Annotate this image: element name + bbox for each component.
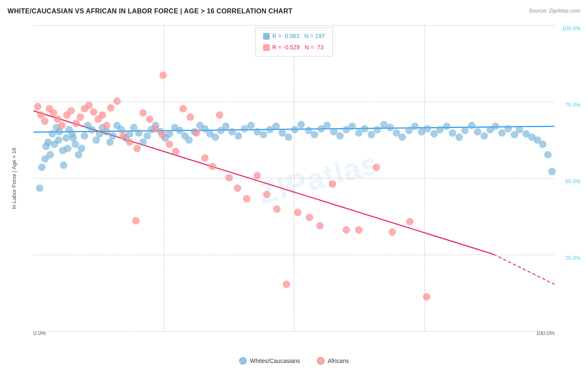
svg-point-60 [297, 121, 305, 128]
svg-point-131 [126, 138, 133, 146]
svg-point-68 [348, 123, 356, 130]
svg-point-32 [143, 132, 151, 140]
svg-point-143 [209, 163, 216, 170]
svg-point-78 [411, 123, 419, 130]
svg-point-116 [58, 122, 66, 129]
svg-point-109 [69, 134, 77, 142]
y-tick-100: 100.0% [562, 25, 580, 31]
legend-label-africans: Africans [328, 358, 349, 364]
svg-point-86 [461, 127, 469, 134]
svg-point-16 [81, 132, 88, 140]
svg-point-122 [85, 102, 93, 109]
legend-r2: R = -0.529 N = 73 [272, 42, 324, 53]
svg-point-110 [34, 103, 41, 110]
svg-point-107 [60, 161, 67, 169]
legend-blue-square [263, 33, 270, 40]
svg-point-88 [474, 128, 481, 135]
bottom-legend: Whites/Caucasians Africans [239, 357, 349, 365]
svg-point-149 [253, 172, 261, 179]
svg-point-140 [187, 113, 194, 121]
svg-point-162 [423, 293, 430, 301]
svg-point-126 [103, 122, 110, 129]
svg-point-123 [90, 108, 97, 116]
svg-point-114 [50, 109, 57, 117]
svg-point-95 [516, 126, 523, 133]
svg-point-130 [120, 132, 127, 140]
svg-point-57 [279, 129, 286, 137]
svg-point-136 [159, 131, 166, 138]
svg-point-102 [38, 164, 46, 171]
legend-circle-whites [239, 357, 247, 365]
svg-line-2 [493, 254, 555, 284]
svg-point-31 [139, 138, 147, 146]
svg-point-74 [386, 124, 394, 131]
svg-point-15 [78, 145, 85, 152]
svg-point-152 [283, 281, 290, 288]
y-tick-50: 50.0% [565, 178, 580, 184]
svg-point-141 [193, 129, 200, 137]
svg-point-48 [222, 123, 230, 130]
svg-point-99 [539, 141, 547, 148]
svg-point-100 [544, 151, 552, 158]
legend-box: R = 0.063 N = 197 R = -0.529 N = 73 [255, 27, 333, 56]
svg-point-56 [272, 123, 280, 130]
chart-container: WHITE/CAUCASIAN VS AFRICAN IN LABOR FORC… [0, 0, 588, 373]
svg-point-112 [41, 118, 49, 125]
svg-point-153 [294, 209, 302, 216]
svg-point-80 [424, 125, 431, 133]
svg-point-101 [548, 168, 556, 175]
svg-point-72 [373, 126, 381, 133]
svg-point-156 [329, 180, 336, 188]
svg-point-66 [336, 132, 344, 140]
svg-point-83 [443, 123, 450, 130]
svg-point-119 [72, 120, 80, 127]
svg-point-49 [228, 128, 236, 135]
svg-point-106 [55, 136, 62, 144]
svg-point-54 [260, 131, 267, 138]
svg-point-65 [330, 128, 337, 135]
svg-point-134 [146, 115, 153, 123]
svg-point-160 [389, 228, 396, 236]
svg-point-30 [135, 129, 143, 137]
svg-point-161 [406, 218, 414, 225]
svg-point-104 [46, 151, 54, 158]
svg-point-148 [243, 195, 251, 202]
svg-point-115 [54, 115, 61, 123]
svg-point-76 [399, 133, 406, 141]
svg-point-125 [99, 111, 106, 119]
y-axis-label: In Labor Force | Age > 16 [8, 25, 20, 331]
svg-point-127 [107, 104, 115, 112]
svg-point-120 [77, 113, 84, 121]
svg-point-128 [113, 97, 121, 105]
svg-point-6 [49, 130, 56, 138]
svg-point-59 [291, 126, 299, 133]
svg-point-157 [343, 226, 350, 234]
svg-point-133 [139, 109, 147, 117]
svg-point-91 [492, 123, 499, 130]
svg-point-138 [172, 148, 179, 155]
svg-point-155 [316, 222, 324, 230]
svg-point-154 [306, 214, 313, 221]
svg-point-92 [498, 129, 506, 137]
svg-point-82 [436, 126, 444, 133]
svg-point-46 [212, 133, 219, 141]
svg-point-37 [166, 130, 173, 138]
svg-point-108 [64, 145, 72, 152]
svg-point-64 [323, 122, 331, 129]
svg-point-103 [42, 143, 50, 150]
legend-r1: R = 0.063 N = 197 [272, 31, 325, 41]
svg-point-87 [468, 122, 476, 129]
legend-label-whites: Whites/Caucasians [250, 358, 300, 364]
svg-point-135 [152, 125, 159, 133]
svg-point-146 [225, 174, 233, 181]
svg-point-139 [179, 105, 187, 112]
chart-title: WHITE/CAUCASIAN VS AFRICAN IN LABOR FORC… [8, 8, 292, 15]
svg-point-137 [166, 141, 173, 148]
source-label: Source: ZipAtlas.com [529, 8, 580, 14]
legend-circle-africans [317, 357, 325, 365]
y-tick-25: 25.0% [565, 255, 580, 261]
svg-point-158 [355, 226, 363, 234]
svg-point-62 [311, 131, 318, 138]
svg-point-85 [455, 133, 463, 141]
legend-item-africans: Africans [317, 357, 349, 365]
